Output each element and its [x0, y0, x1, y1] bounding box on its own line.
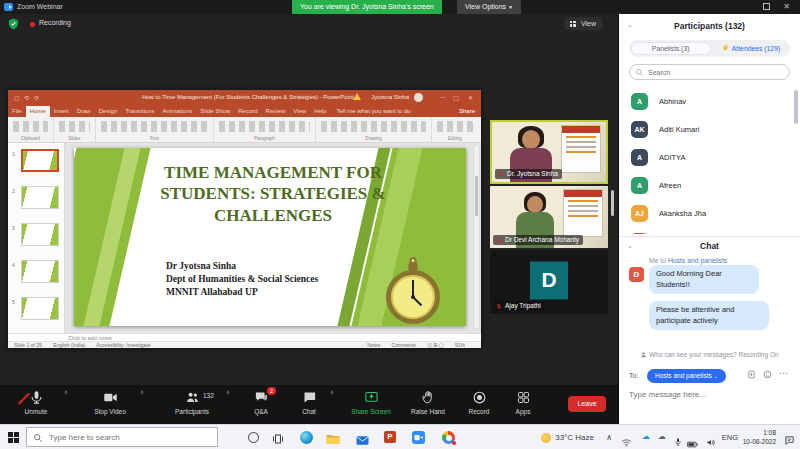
ppt-share-button[interactable]: Share [459, 106, 475, 117]
ppt-restore-button[interactable]: ▢ [453, 94, 459, 101]
emoji-icon[interactable] [763, 370, 772, 381]
onedrive-icon[interactable]: ☁ [642, 432, 650, 441]
share-screen-button[interactable]: Share Screen [344, 389, 398, 421]
ppt-tab-view[interactable]: View [289, 106, 310, 117]
task-view-icon[interactable] [272, 431, 284, 449]
participants-button[interactable]: 132 Participants [163, 389, 221, 421]
raise-hand-button[interactable]: Raise Hand [404, 389, 452, 421]
search-input[interactable] [648, 66, 768, 78]
close-window-button[interactable]: ✕ [783, 2, 790, 12]
slide-thumbnail-3[interactable] [21, 223, 59, 246]
clock-widget[interactable]: 1:08 10-08-2022 [743, 428, 776, 446]
slide-thumbnail-4[interactable] [21, 260, 59, 283]
qa-button[interactable]: 2 Q&A [243, 389, 279, 421]
chat-message-input[interactable] [629, 390, 790, 399]
drawing-tools[interactable] [321, 121, 426, 132]
chat-title: Chat [619, 241, 800, 251]
participant-row[interactable]: AK Aditi Kumari [619, 116, 800, 144]
file-explorer-icon[interactable] [326, 431, 340, 449]
video-tile-jyotsna-sinha[interactable]: Dr. Jyotsna Sinha [490, 120, 608, 184]
participant-row[interactable]: A Abhinav [619, 88, 800, 116]
ppt-tab-design[interactable]: Design [95, 106, 122, 117]
ppt-redo-icon[interactable]: ⟳ [34, 94, 39, 101]
zoom-taskbar-icon[interactable] [412, 430, 425, 449]
weather-widget[interactable]: 33°C Haze [555, 433, 594, 442]
ppt-tab-review[interactable]: Review [262, 106, 290, 117]
video-options-chevron[interactable]: ∧ [140, 389, 144, 395]
participant-row[interactable]: A ADITYA [619, 144, 800, 172]
mail-icon[interactable] [356, 432, 369, 449]
tab-attendees[interactable]: Attendees (129) [713, 40, 791, 57]
ppt-undo-icon[interactable]: ⟲ [24, 94, 29, 101]
chat-button[interactable]: Chat [292, 389, 326, 421]
slide-thumbnail-5[interactable] [21, 297, 59, 320]
ppt-account-avatar[interactable] [414, 93, 423, 102]
apps-button[interactable]: Apps [506, 389, 540, 421]
network-icon[interactable] [621, 433, 632, 449]
view-mode-icons[interactable]: ◫ ⊞ ▢ [427, 342, 443, 348]
notes-toggle[interactable]: Notes [367, 342, 380, 348]
recipient-selector[interactable]: Hosts and panelists ⌄ [647, 369, 726, 383]
font-tools[interactable] [101, 121, 208, 132]
video-tile-archana-mohanty[interactable]: Dr Devi Archana Mohanty [490, 186, 608, 248]
ppt-tab-help[interactable]: Help [310, 106, 330, 117]
ppt-scrollbar[interactable] [473, 145, 480, 329]
ppt-tab-draw[interactable]: Draw [73, 106, 95, 117]
battery-icon[interactable] [687, 434, 698, 449]
action-center-icon[interactable] [784, 432, 795, 449]
notes-bar[interactable]: Click to add notes [8, 333, 481, 341]
leave-button[interactable]: Leave [568, 396, 606, 412]
view-layout-button[interactable]: View [565, 17, 602, 30]
start-button[interactable] [8, 432, 19, 443]
taskbar-search-input[interactable] [49, 431, 209, 444]
ppt-tab-transitions[interactable]: Transitions [121, 106, 158, 117]
stop-video-button[interactable]: Stop Video [84, 389, 136, 421]
more-options-icon[interactable]: ⋯ [779, 368, 788, 378]
ppt-tab-record[interactable]: Record [234, 106, 261, 117]
participant-row-partial[interactable] [619, 228, 800, 234]
clipboard-tools[interactable] [13, 121, 48, 132]
ppt-save-icon[interactable]: ▢ [14, 94, 20, 101]
avatar [631, 233, 648, 234]
ppt-minimize-button[interactable]: ─ [441, 94, 445, 100]
ppt-close-button[interactable]: ✕ [468, 94, 473, 101]
cloud-icon[interactable]: ☁ [658, 432, 666, 441]
powerpoint-icon[interactable]: P [384, 431, 396, 443]
slides-tools[interactable] [59, 121, 90, 132]
tab-panelists[interactable]: Panelists (3) [631, 42, 711, 55]
zoom-level[interactable]: 91% [455, 342, 465, 348]
ppt-tab-insert[interactable]: Insert [50, 106, 73, 117]
view-options-button[interactable]: View Options ▼ [457, 0, 521, 14]
tray-expand-chevron[interactable]: ∧ [606, 433, 612, 442]
ppt-tab-animations[interactable]: Animations [159, 106, 197, 117]
record-button[interactable]: Record [460, 389, 498, 421]
ppt-tab-home[interactable]: Home [26, 106, 50, 117]
audio-options-chevron[interactable]: ∧ [64, 389, 68, 395]
mic-tray-icon[interactable] [674, 433, 682, 449]
slide-thumbnail-2[interactable] [21, 186, 59, 209]
accessibility-indicator[interactable]: Accessibility: Investigate [96, 342, 150, 348]
language-indicator[interactable]: ENG [722, 433, 738, 442]
slide-thumbnail-1[interactable] [21, 149, 59, 172]
ppt-tab-file[interactable]: File [8, 106, 26, 117]
ppt-tab-slideshow[interactable]: Slide Show [196, 106, 234, 117]
cortana-icon[interactable] [248, 432, 259, 443]
speaker-icon[interactable] [706, 433, 716, 449]
tiles-scrollbar[interactable] [611, 190, 614, 216]
chat-options-chevron[interactable]: ∧ [330, 389, 334, 395]
participants-options-chevron[interactable]: ∧ [226, 389, 230, 395]
unmute-button[interactable]: Unmute [12, 389, 60, 421]
file-share-icon[interactable] [747, 370, 756, 381]
chrome-icon[interactable] [442, 430, 455, 449]
ppt-tellme-box[interactable]: Tell me what you want to do [331, 106, 417, 117]
edge-icon[interactable] [300, 431, 313, 444]
participant-row[interactable]: AJ Akanksha Jha [619, 200, 800, 228]
participants-scrollbar[interactable] [794, 90, 798, 230]
paragraph-tools[interactable] [219, 121, 310, 132]
restore-window-button[interactable] [763, 3, 770, 10]
editing-tools[interactable] [437, 121, 473, 132]
language-indicator[interactable]: English (India) [53, 342, 85, 348]
participant-row[interactable]: A Afreen [619, 172, 800, 200]
comments-toggle[interactable]: Comments [392, 342, 416, 348]
video-tile-ajay-tripathi[interactable]: D Ajay Tripathi [490, 250, 608, 314]
